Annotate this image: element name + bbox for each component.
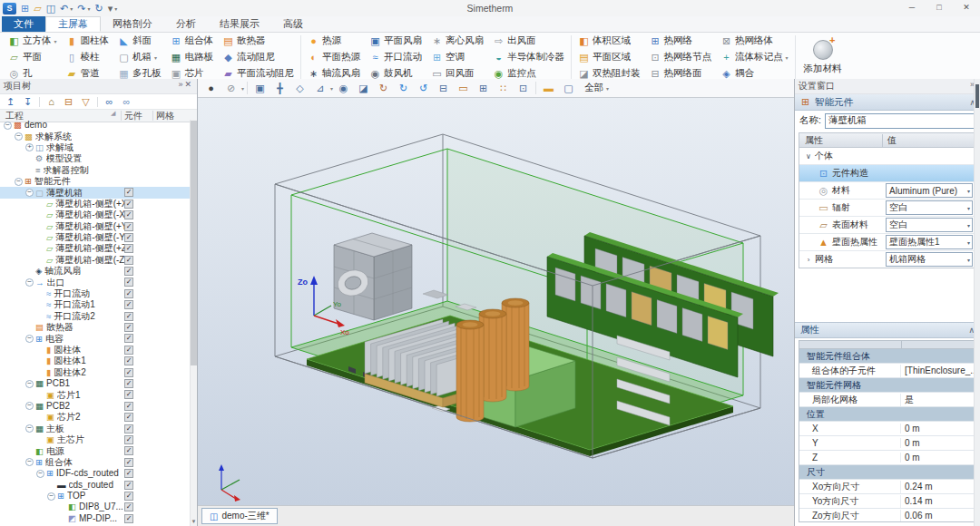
ribbon-item-chassis[interactable]: ▢机箱▾ xyxy=(118,51,162,63)
tree-item-demo[interactable]: −▩demo xyxy=(0,120,191,131)
align-left-icon[interactable]: ⊟ xyxy=(434,80,453,97)
scene-3d[interactable]: Zo Yo Xo xyxy=(198,98,794,505)
tree-item-MP-DIP...[interactable]: ◩MP-DIP...✓ xyxy=(0,513,191,524)
property-row-Xo方向尺寸[interactable]: Xo方向尺寸0.24 m xyxy=(799,480,975,494)
setting-value-dropdown[interactable]: 空白▾ xyxy=(886,200,973,215)
tree-item-checkbox[interactable]: ✓ xyxy=(124,413,133,422)
tree-item-出口[interactable]: −→出口✓ xyxy=(0,277,191,287)
tree-item-轴流风扇[interactable]: ◈轴流风扇✓ xyxy=(0,266,191,277)
ribbon-item-monitor-point[interactable]: ◉监控点 xyxy=(493,67,564,80)
ribbon-item-volume-region[interactable]: ◧体积区域 xyxy=(578,34,641,47)
tree-item-DIP8_U7...[interactable]: ◧DIP8_U7...✓ xyxy=(0,502,191,512)
ribbon-item-tec-cooler[interactable]: ◒半导体制冷器 xyxy=(493,51,564,63)
ribbon-item-return-air-face[interactable]: ▭回风面 xyxy=(431,67,484,80)
tab-网格剖分[interactable]: 网格剖分 xyxy=(101,16,164,32)
tree-item-IDF-cds_routed[interactable]: −⊞IDF-cds_routed✓ xyxy=(0,468,191,479)
ribbon-item-cylinder[interactable]: ▮圆柱体 xyxy=(66,34,110,47)
ribbon-item-assembly[interactable]: ⊞组合体 xyxy=(171,34,214,47)
tb-down-icon[interactable]: ↧ xyxy=(22,96,34,108)
tree-item-圆柱体1[interactable]: ▮圆柱体1✓ xyxy=(0,356,191,366)
tb-filter-icon[interactable]: ▽ xyxy=(80,96,92,108)
render-off-dropdown-icon[interactable]: ▾ xyxy=(241,85,244,92)
ribbon-item-hole[interactable]: ◎孔 xyxy=(8,67,57,80)
tree-item-checkbox[interactable]: ✓ xyxy=(124,256,133,265)
tree-item-checkbox[interactable]: ✓ xyxy=(124,379,133,388)
ribbon-item-fluid-marker[interactable]: +流体标记点▾ xyxy=(720,51,789,63)
setting-row-材料[interactable]: ◎材料Aluminum (Pure)▾ xyxy=(799,182,975,200)
ribbon-item-planar-heat-source[interactable]: ◐平面热源 xyxy=(308,51,360,63)
ribbon-item-cube[interactable]: ◧立方体▾ xyxy=(8,34,57,47)
property-group-位置[interactable]: 位置 xyxy=(799,407,975,422)
tree-item-求解系统[interactable]: −▩求解系统 xyxy=(0,131,191,141)
collapse-icon[interactable]: − xyxy=(25,278,34,287)
ribbon-item-flow-damper[interactable]: ◆流动阻尼 xyxy=(222,51,294,63)
tab-高级[interactable]: 高级 xyxy=(271,16,315,32)
minimize-button[interactable]: ─ xyxy=(898,0,926,15)
property-row-X[interactable]: X0 m xyxy=(799,422,975,436)
ribbon-item-prism[interactable]: ▯棱柱 xyxy=(66,51,110,63)
setting-row-网格[interactable]: ›网格机箱网格▾ xyxy=(799,251,975,268)
smart-component-section[interactable]: ⊞ 智能元件 ∧ xyxy=(795,94,980,111)
tree-item-开口流动1[interactable]: ≈开口流动1✓ xyxy=(0,299,191,310)
tree-item-开口流动2[interactable]: ≈开口流动2✓ xyxy=(0,311,191,322)
ribbon-item-thermal-network-face[interactable]: ⊟热网络面 xyxy=(650,67,712,80)
tree-item-checkbox[interactable]: ✓ xyxy=(124,502,133,511)
tree-item-checkbox[interactable]: ✓ xyxy=(124,492,133,501)
zoom-window-icon[interactable]: ▣ xyxy=(250,80,270,97)
tb-collapse-icon[interactable]: ⊟ xyxy=(63,96,74,108)
setting-row-壁面热属性[interactable]: ▲壁面热属性壁面热属性1▾ xyxy=(799,234,975,251)
ribbon-item-thermal-network-body[interactable]: ⊠热网络体 xyxy=(720,34,789,47)
property-row-组合体的子元件[interactable]: 组合体的子元件[ThinEnclosure_... xyxy=(799,364,975,378)
setting-row-元件构造[interactable]: ⊡元件构造 xyxy=(799,165,975,182)
tree-scrollbar-thumb[interactable] xyxy=(191,121,197,365)
scope-filter-dropdown[interactable]: 全部▾ xyxy=(584,82,609,94)
tree-item-芯片2[interactable]: ▣芯片2✓ xyxy=(0,412,191,423)
tree-item-checkbox[interactable]: ✓ xyxy=(124,356,133,365)
ribbon-item-blower[interactable]: ◉鼓风机 xyxy=(369,67,422,80)
property-group-尺寸[interactable]: 尺寸 xyxy=(799,465,975,480)
setting-row-个体[interactable]: ∨个体 xyxy=(799,148,975,165)
tree-item-PCB2[interactable]: −▦PCB2✓ xyxy=(0,401,191,412)
tab-文件[interactable]: 文件 xyxy=(2,16,45,32)
tree-item-散热器[interactable]: ▤散热器✓ xyxy=(0,322,191,333)
add-material-button[interactable]: 添加材料 xyxy=(798,34,848,80)
tree-item-checkbox[interactable]: ✓ xyxy=(124,267,133,276)
tree-item-checkbox[interactable]: ✓ xyxy=(124,210,133,219)
tb-home-icon[interactable]: ⌂ xyxy=(45,96,57,108)
collapse-icon[interactable]: − xyxy=(47,492,55,501)
extrude-face-icon[interactable]: ▭ xyxy=(454,80,473,97)
rotate-ccw-icon[interactable]: ↺ xyxy=(414,80,433,97)
setting-value-dropdown[interactable]: 壁面热属性1▾ xyxy=(886,235,973,249)
tb-link2-icon[interactable]: ∞ xyxy=(121,96,132,108)
tree-item-checkbox[interactable]: ✓ xyxy=(124,346,133,355)
ribbon-item-outlet-face[interactable]: ⇨出风面 xyxy=(493,34,564,47)
collapse-icon[interactable]: − xyxy=(4,122,12,130)
tree-item-cds_routed[interactable]: ▬cds_routed✓ xyxy=(0,480,191,491)
ribbon-item-slope[interactable]: ◣斜面 xyxy=(118,34,162,47)
ribbon-item-plane[interactable]: ▱平面 xyxy=(8,51,57,63)
ribbon-item-chip[interactable]: ▣芯片 xyxy=(171,67,214,80)
tree-item-checkbox[interactable]: ✓ xyxy=(124,334,133,343)
setting-row-表面材料[interactable]: ▱表面材料空白▾ xyxy=(799,217,975,234)
tree-item-checkbox[interactable]: ✓ xyxy=(124,424,133,433)
property-row-Zo方向尺寸[interactable]: Zo方向尺寸0.06 m xyxy=(799,509,975,522)
settings-scrollbar[interactable] xyxy=(974,79,980,526)
tree-item-主芯片[interactable]: ▣主芯片✓ xyxy=(0,434,191,445)
tb-up-icon[interactable]: ↥ xyxy=(5,96,16,108)
box-select-icon[interactable]: ▢ xyxy=(559,80,578,97)
property-row-Y[interactable]: Y0 m xyxy=(799,436,975,451)
ribbon-item-thermal-network[interactable]: ⊞热网络 xyxy=(650,34,712,47)
axial-fan-box[interactable] xyxy=(334,233,412,320)
tree-item-checkbox[interactable]: ✓ xyxy=(124,368,133,377)
maximize-button[interactable]: □ xyxy=(926,0,953,15)
document-tab[interactable]: ◫ demo-三维* xyxy=(201,508,278,524)
orient-axis-icon[interactable]: ⊿ xyxy=(310,80,329,97)
tree-item-checkbox[interactable]: ✓ xyxy=(124,435,133,444)
tree-scrollbar[interactable]: ▼ xyxy=(190,120,197,526)
tree-item-芯片1[interactable]: ▣芯片1✓ xyxy=(0,389,191,400)
collapse-icon[interactable]: − xyxy=(15,178,23,186)
iso-view-icon[interactable]: ◇ xyxy=(290,80,309,97)
tree-scroll-down-icon[interactable]: ▼ xyxy=(191,518,197,526)
ribbon-item-pipe[interactable]: ▰管道 xyxy=(66,67,110,80)
tab-主屏幕[interactable]: 主屏幕 xyxy=(45,16,101,32)
